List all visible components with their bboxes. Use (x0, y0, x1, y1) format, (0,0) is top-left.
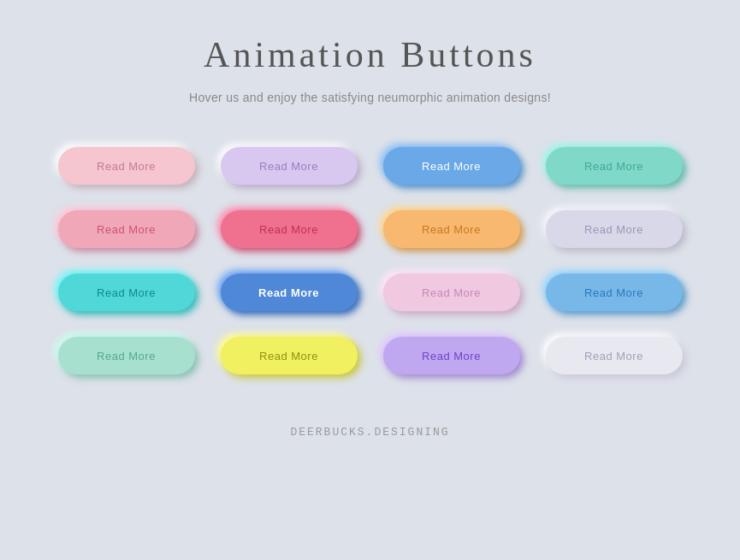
read-more-button-12[interactable]: Read More (546, 274, 683, 311)
button-grid: Read More Read More Read More Read More … (58, 147, 683, 374)
page-title: Animation Buttons (204, 34, 536, 75)
read-more-button-13[interactable]: Read More (58, 337, 195, 374)
read-more-button-5[interactable]: Read More (58, 210, 195, 248)
read-more-button-1[interactable]: Read More (58, 147, 195, 185)
read-more-button-8[interactable]: Read More (546, 210, 683, 248)
read-more-button-11[interactable]: Read More (383, 274, 520, 311)
read-more-button-6[interactable]: Read More (221, 210, 358, 248)
footer-text: DEERBUCKS.DESIGNING (290, 426, 449, 439)
page-subtitle: Hover us and enjoy the satisfying neumor… (189, 91, 551, 104)
read-more-button-7[interactable]: Read More (383, 210, 520, 248)
read-more-button-2[interactable]: Read More (221, 147, 358, 185)
read-more-button-14[interactable]: Read More (221, 337, 358, 374)
read-more-button-15[interactable]: Read More (383, 337, 520, 374)
read-more-button-9[interactable]: Read More (58, 274, 195, 311)
read-more-button-10[interactable]: Read More (221, 274, 358, 311)
read-more-button-3[interactable]: Read More (383, 147, 520, 185)
read-more-button-16[interactable]: Read More (546, 337, 683, 374)
read-more-button-4[interactable]: Read More (546, 147, 683, 185)
